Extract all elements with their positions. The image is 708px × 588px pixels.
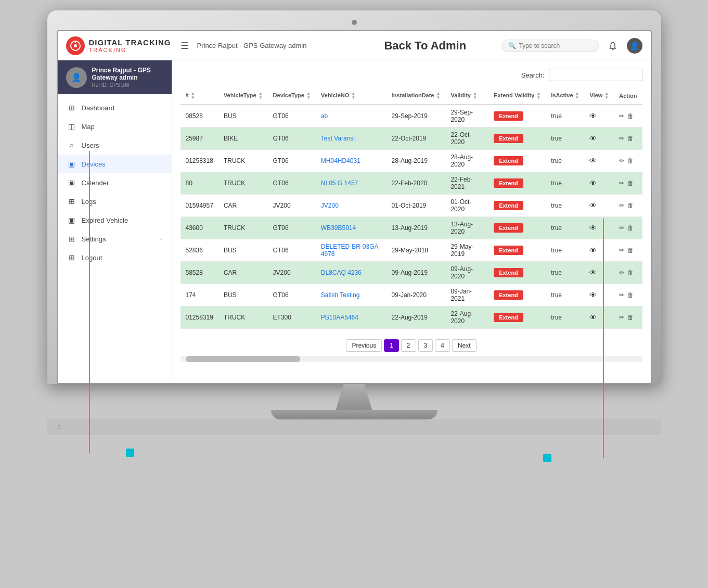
view-icon[interactable]: 👁 — [589, 134, 597, 143]
page-title[interactable]: Back To Admin — [349, 39, 501, 53]
cell-id: 174 — [181, 284, 218, 306]
cell-vehicleno: Satish Testing — [316, 284, 387, 306]
sidebar-item-map[interactable]: ◫ Map — [58, 117, 172, 136]
edit-icon[interactable]: ✏ — [619, 135, 624, 142]
vehicle-no-link[interactable]: MH04HD4031 — [321, 157, 361, 164]
cell-vehicletype: BUS — [218, 239, 268, 262]
cell-vehicleno: MH04HD4031 — [316, 150, 387, 172]
vehicle-no-link[interactable]: NL05 G 1457 — [321, 180, 358, 187]
scroll-thumb[interactable] — [186, 356, 300, 362]
cell-action: ✏ 🗑 — [614, 172, 642, 195]
admin-label: Prince Rajput - GPS Gateway admin — [197, 42, 350, 49]
next-page-button[interactable]: Next — [452, 339, 477, 352]
vehicle-no-link[interactable]: PB10AA5464 — [321, 314, 358, 321]
edit-icon[interactable]: ✏ — [619, 247, 624, 254]
vehicle-no-link[interactable]: Test Varansi — [321, 135, 355, 142]
horizontal-scrollbar[interactable] — [181, 356, 642, 362]
search-box[interactable]: 🔍 — [501, 40, 599, 52]
view-icon[interactable]: 👁 — [589, 313, 597, 322]
cell-devicetype: JV200 — [268, 262, 316, 284]
cell-vehicleno: DELETED-BR-03GA-4678 — [316, 239, 387, 262]
view-icon[interactable]: 👁 — [589, 224, 597, 232]
view-icon[interactable]: 👁 — [589, 291, 597, 299]
cell-installationdate: 09-Aug-2019 — [387, 262, 446, 284]
sidebar-item-dashboard[interactable]: ⊞ Dashboard — [58, 98, 172, 117]
table-search-input[interactable] — [549, 69, 642, 81]
cell-installationdate: 28-Aug-2019 — [387, 150, 446, 172]
prev-page-button[interactable]: Previous — [346, 339, 382, 352]
delete-icon[interactable]: 🗑 — [627, 202, 634, 209]
cell-vehicleno: WB39B5914 — [316, 217, 387, 239]
delete-icon[interactable]: 🗑 — [627, 112, 634, 120]
bottom-left-text: 0 — [58, 424, 61, 430]
extend-button[interactable]: Extend — [494, 156, 523, 165]
sidebar-item-users[interactable]: ○ Users — [58, 136, 172, 155]
delete-icon[interactable]: 🗑 — [627, 291, 634, 299]
delete-icon[interactable]: 🗑 — [627, 157, 634, 164]
cell-isactive: true — [546, 150, 584, 172]
vehicle-no-link[interactable]: DL8CAQ 4236 — [321, 269, 362, 276]
sidebar-user-name: Prince Rajput - GPS Gateway admin — [92, 67, 163, 81]
cell-installationdate: 29-Sep-2019 — [387, 105, 446, 127]
extend-button[interactable]: Extend — [494, 313, 523, 322]
cell-devicetype: GT06 — [268, 217, 316, 239]
vehicle-no-link[interactable]: ab — [321, 112, 328, 120]
action-icons: ✏ 🗑 — [619, 112, 637, 120]
delete-icon[interactable]: 🗑 — [627, 247, 634, 254]
logo-icon — [66, 36, 85, 55]
sidebar-item-logs[interactable]: ⊞ Logs — [58, 192, 172, 211]
extend-button[interactable]: Extend — [494, 111, 523, 121]
extend-button[interactable]: Extend — [494, 246, 523, 255]
view-icon[interactable]: 👁 — [589, 269, 597, 277]
cell-view: 👁 — [584, 217, 614, 239]
sidebar-item-calender[interactable]: ▣ Calender — [58, 173, 172, 192]
vehicle-no-link[interactable]: WB39B5914 — [321, 224, 356, 232]
sidebar-item-logout[interactable]: ⊞ Logout — [58, 248, 172, 267]
vehicle-no-link[interactable]: JV200 — [321, 202, 339, 209]
annotation-line-left — [89, 151, 90, 453]
view-icon[interactable]: 👁 — [589, 179, 597, 187]
bell-icon[interactable] — [605, 38, 621, 54]
extend-button[interactable]: Extend — [494, 201, 523, 210]
hamburger-icon[interactable]: ☰ — [181, 40, 189, 52]
cell-devicetype: GT06 — [268, 105, 316, 127]
page-3-button[interactable]: 3 — [418, 339, 433, 352]
vehicle-no-link[interactable]: DELETED-BR-03GA-4678 — [321, 243, 381, 258]
extend-button[interactable]: Extend — [494, 223, 523, 233]
sidebar-item-expired-vehicle[interactable]: ▣ Expired Vehicle — [58, 211, 172, 229]
view-icon[interactable]: 👁 — [589, 112, 597, 120]
delete-icon[interactable]: 🗑 — [627, 224, 634, 232]
edit-icon[interactable]: ✏ — [619, 291, 624, 299]
sidebar-item-devices[interactable]: ▣ Devices — [58, 155, 172, 173]
view-icon[interactable]: 👁 — [589, 201, 597, 210]
extend-button[interactable]: Extend — [494, 178, 523, 188]
search-input[interactable] — [519, 42, 592, 49]
cell-view: 👁 — [584, 105, 614, 127]
view-icon[interactable]: 👁 — [589, 246, 597, 254]
edit-icon[interactable]: ✏ — [619, 269, 624, 276]
edit-icon[interactable]: ✏ — [619, 112, 624, 120]
edit-icon[interactable]: ✏ — [619, 157, 624, 164]
user-avatar[interactable]: 👤 — [627, 38, 642, 54]
col-header-installationdate: InstallationDate▲▼ — [387, 87, 446, 105]
sidebar-item-settings[interactable]: ⊞ Settings › — [58, 229, 172, 248]
col-header-vehicletype: VehicleType▲▼ — [218, 87, 268, 105]
extend-button[interactable]: Extend — [494, 268, 523, 277]
page-1-button[interactable]: 1 — [384, 339, 399, 352]
view-icon[interactable]: 👁 — [589, 157, 597, 165]
page-2-button[interactable]: 2 — [401, 339, 416, 352]
page-4-button[interactable]: 4 — [435, 339, 450, 352]
extend-button[interactable]: Extend — [494, 290, 523, 300]
delete-icon[interactable]: 🗑 — [627, 135, 634, 142]
cell-extendvalidity: Extend — [488, 172, 546, 195]
delete-icon[interactable]: 🗑 — [627, 314, 634, 321]
delete-icon[interactable]: 🗑 — [627, 180, 634, 187]
delete-icon[interactable]: 🗑 — [627, 269, 634, 276]
cell-view: 👁 — [584, 150, 614, 172]
extend-button[interactable]: Extend — [494, 134, 523, 143]
edit-icon[interactable]: ✏ — [619, 314, 624, 321]
edit-icon[interactable]: ✏ — [619, 180, 624, 187]
vehicle-no-link[interactable]: Satish Testing — [321, 291, 360, 299]
edit-icon[interactable]: ✏ — [619, 224, 624, 232]
edit-icon[interactable]: ✏ — [619, 202, 624, 209]
